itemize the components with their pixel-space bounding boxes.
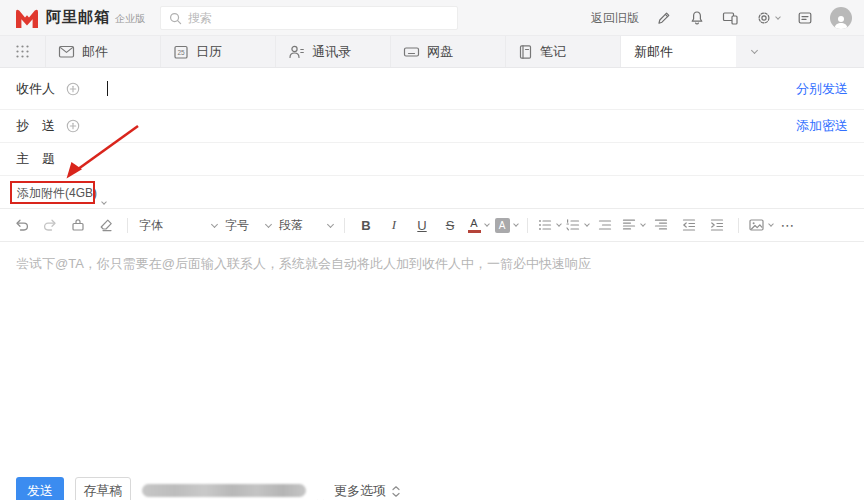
body-placeholder-text: 尝试下@TA，你只需要在@后面输入联系人，系统就会自动将此人加到收件人中，一箭必…	[16, 255, 848, 273]
more-tools-button[interactable]: ⋯	[775, 213, 801, 237]
format-painter-icon	[70, 217, 86, 233]
tab-dropdown-chevron[interactable]	[736, 36, 757, 67]
settings-icon[interactable]	[756, 10, 780, 26]
search-box[interactable]	[160, 6, 458, 30]
compose-icon[interactable]	[656, 10, 672, 26]
align-button[interactable]	[620, 213, 646, 237]
send-button[interactable]: 发送	[16, 477, 64, 500]
search-input[interactable]	[188, 11, 428, 25]
tab-drive-label: 网盘	[427, 43, 453, 61]
underline-button[interactable]: U	[409, 213, 435, 237]
bell-icon[interactable]	[689, 10, 705, 26]
tab-drive[interactable]: 网盘	[391, 36, 506, 67]
feedback-icon[interactable]	[797, 10, 813, 26]
compose-mail-page: 阿里邮箱 企业版 返回旧版	[0, 0, 864, 500]
add-recipient-button[interactable]	[66, 82, 80, 96]
align-right-icon	[653, 217, 669, 233]
mail-body-editor[interactable]: 尝试下@TA，你只需要在@后面输入联系人，系统就会自动将此人加到收件人中，一箭必…	[0, 242, 864, 477]
brand-name: 阿里邮箱	[46, 8, 110, 27]
chevron-down-icon	[484, 221, 490, 227]
sort-icon	[391, 485, 401, 498]
sender-dropdown-chevron[interactable]	[314, 489, 323, 500]
chevron-down-icon	[556, 221, 562, 227]
format-painter-button[interactable]	[65, 213, 91, 237]
chevron-down-icon	[768, 221, 774, 227]
mail-icon	[58, 44, 75, 59]
brand-logo[interactable]: 阿里邮箱 企业版	[14, 7, 145, 29]
font-color-icon: A	[468, 218, 481, 233]
plus-circle-icon	[66, 82, 80, 96]
app-nav: 邮件 25 日历 通讯录 网盘 笔记	[0, 36, 864, 68]
undo-icon	[14, 217, 30, 233]
send-separately-link[interactable]: 分别发送	[796, 80, 848, 98]
tab-new-mail-active[interactable]: 新邮件	[621, 36, 736, 67]
font-family-select[interactable]: 字体	[135, 213, 221, 237]
highlight-color-icon: A	[495, 218, 510, 233]
attachment-row: 添加附件(4GB)	[0, 176, 864, 208]
text-cursor	[107, 81, 108, 96]
tab-notes-label: 笔记	[540, 43, 566, 61]
plus-circle-icon	[66, 119, 80, 133]
more-options-button[interactable]: 更多选项	[334, 482, 401, 500]
sender-address-redacted[interactable]	[142, 484, 306, 497]
paragraph-select[interactable]: 段落	[275, 213, 337, 237]
outdent-icon	[681, 217, 697, 233]
chevron-down-icon	[775, 14, 781, 20]
tab-mail[interactable]: 邮件	[46, 36, 161, 67]
apps-grid-icon[interactable]	[0, 36, 46, 67]
tab-new-mail-label: 新邮件	[634, 43, 673, 61]
task-list-button[interactable]	[592, 213, 618, 237]
compose-footer: 发送 存草稿 更多选项	[0, 477, 864, 500]
font-size-select[interactable]: 字号	[221, 213, 275, 237]
tab-calendar[interactable]: 25 日历	[161, 36, 276, 67]
more-icon: ⋯	[781, 217, 796, 233]
recipient-row: 收件人 分别发送	[0, 68, 864, 110]
tab-contacts[interactable]: 通讯录	[276, 36, 391, 67]
brand-edition-badge: 企业版	[115, 12, 145, 26]
clear-format-button[interactable]	[93, 213, 119, 237]
contacts-icon	[288, 44, 305, 59]
chevron-down-icon	[101, 199, 107, 205]
subject-label: 主 题	[16, 150, 58, 168]
tab-calendar-label: 日历	[196, 43, 222, 61]
italic-button[interactable]: I	[381, 213, 407, 237]
cc-row: 抄 送 添加密送	[0, 110, 864, 143]
ordered-list-button[interactable]	[564, 213, 590, 237]
task-list-icon	[597, 217, 613, 233]
toolbar-divider	[344, 218, 345, 233]
bullet-list-icon	[537, 217, 553, 233]
font-color-button[interactable]: A	[465, 213, 491, 237]
add-attachment-button[interactable]: 添加附件(4GB)	[17, 185, 97, 202]
bold-button[interactable]: B	[353, 213, 379, 237]
alimail-logo-icon	[14, 7, 40, 29]
notes-icon	[518, 44, 533, 60]
app-header: 阿里邮箱 企业版 返回旧版	[0, 0, 864, 36]
subject-row[interactable]: 主 题	[0, 143, 864, 176]
outdent-button[interactable]	[676, 213, 702, 237]
toolbar-divider	[738, 218, 739, 233]
toolbar-divider	[527, 218, 528, 233]
highlight-color-button[interactable]: A	[493, 213, 519, 237]
insert-image-button[interactable]	[747, 213, 773, 237]
redo-button[interactable]	[37, 213, 63, 237]
attachment-dropdown-chevron[interactable]	[98, 190, 106, 208]
undo-button[interactable]	[9, 213, 35, 237]
strikethrough-button[interactable]: S	[437, 213, 463, 237]
devices-icon[interactable]	[722, 10, 739, 26]
chevron-down-icon	[327, 220, 334, 227]
indent-button[interactable]	[704, 213, 730, 237]
ordered-list-icon	[565, 217, 581, 233]
tab-mail-label: 邮件	[82, 43, 108, 61]
save-draft-button[interactable]: 存草稿	[75, 477, 131, 500]
header-actions: 返回旧版	[574, 0, 852, 36]
chevron-down-icon	[640, 221, 646, 227]
bullet-list-button[interactable]	[536, 213, 562, 237]
avatar[interactable]	[830, 7, 852, 29]
tab-notes[interactable]: 笔记	[506, 36, 621, 67]
drive-icon	[403, 44, 420, 59]
add-cc-button[interactable]	[66, 119, 80, 133]
chevron-down-icon	[211, 220, 218, 227]
back-to-old-version-link[interactable]: 返回旧版	[591, 10, 639, 27]
align-right-button[interactable]	[648, 213, 674, 237]
add-bcc-link[interactable]: 添加密送	[796, 117, 848, 135]
